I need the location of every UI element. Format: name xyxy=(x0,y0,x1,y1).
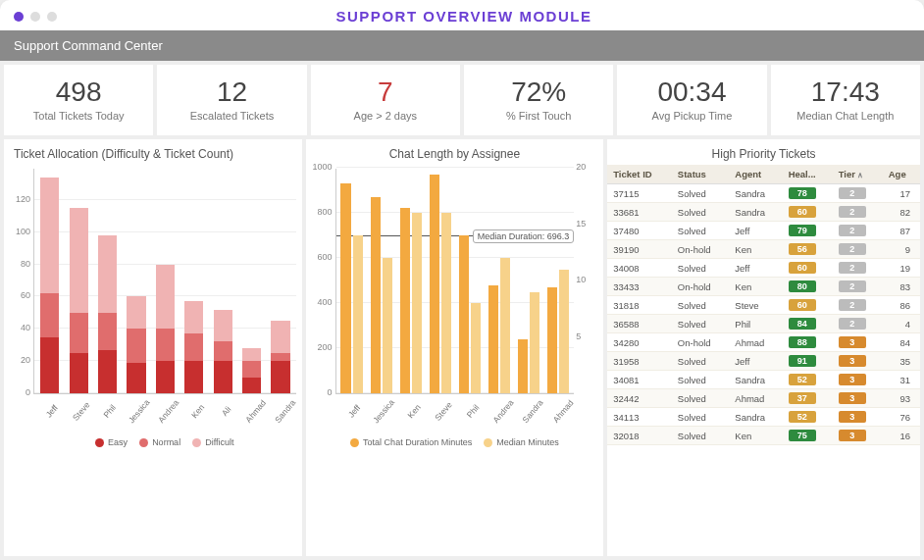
bar-group xyxy=(515,169,542,393)
bar-segment xyxy=(242,348,261,361)
table-row[interactable]: 37115 Solved Sandra 78 2 17 xyxy=(607,184,920,203)
cell-age: 76 xyxy=(883,408,920,427)
bar-total xyxy=(518,339,528,393)
table-row[interactable]: 37480 Solved Jeff 79 2 87 xyxy=(607,222,920,240)
bar-total xyxy=(430,175,439,393)
cell-status: On-hold xyxy=(672,278,729,296)
cell-id: 33681 xyxy=(607,203,672,222)
cell-health: 60 xyxy=(783,259,833,278)
table-row[interactable]: 32442 Solved Ahmad 37 3 93 xyxy=(607,389,920,408)
bar-segment xyxy=(271,353,289,361)
cell-status: Solved xyxy=(672,408,729,427)
kpi-card: 498 Total Tickets Today xyxy=(4,65,153,135)
table-header[interactable]: Heal... xyxy=(783,165,833,184)
cell-agent: Ahmad xyxy=(729,333,782,352)
window-control-purple[interactable] xyxy=(14,12,24,22)
table-row[interactable]: 31818 Solved Steve 60 2 86 xyxy=(607,296,920,315)
kpi-label: Avg Pickup Time xyxy=(623,110,760,122)
bar-segment xyxy=(156,265,175,330)
cell-id: 36588 xyxy=(607,315,672,333)
window-control[interactable] xyxy=(30,12,40,22)
cell-health: 91 xyxy=(783,352,833,371)
table-row[interactable]: 39190 On-hold Ken 56 2 9 xyxy=(607,240,920,259)
cell-id: 32018 xyxy=(607,427,672,445)
table-row[interactable]: 34113 Solved Sandra 52 3 76 xyxy=(607,408,920,427)
bar-group xyxy=(397,169,425,393)
panel-chat-length: Chat Length by Assignee 0200400600800100… xyxy=(306,139,604,556)
cell-id: 34081 xyxy=(607,371,672,389)
kpi-card: 72% % First Touch xyxy=(464,65,613,135)
cell-health: 37 xyxy=(783,389,833,408)
cell-id: 34280 xyxy=(607,333,672,352)
cell-agent: Phil xyxy=(729,315,782,333)
bar-segment xyxy=(184,361,203,393)
cell-status: Solved xyxy=(672,352,729,371)
kpi-value: 72% xyxy=(470,76,607,108)
cell-health: 56 xyxy=(783,240,833,259)
table-header[interactable]: Tier xyxy=(833,165,883,184)
bar-segment xyxy=(40,293,59,336)
cell-agent: Steve xyxy=(729,296,782,315)
traffic-lights xyxy=(14,12,57,22)
panel-high-priority: High Priority Tickets Ticket IDStatusAge… xyxy=(607,139,920,556)
cell-agent: Ken xyxy=(729,427,782,445)
cell-health: 84 xyxy=(783,315,833,333)
kpi-label: Total Tickets Today xyxy=(10,110,147,122)
bar-segment xyxy=(127,329,145,363)
window-control[interactable] xyxy=(47,12,57,22)
table-header[interactable]: Agent xyxy=(729,165,782,184)
bar-median xyxy=(559,270,569,394)
kpi-label: Median Chat Length xyxy=(777,110,914,122)
bar-segment xyxy=(242,361,261,377)
bar-group xyxy=(94,169,121,393)
kpi-label: % First Touch xyxy=(470,110,607,122)
chart-chat-length: 020040060080010005101520Median Duration:… xyxy=(306,165,604,556)
table-row[interactable]: 34008 Solved Jeff 60 2 19 xyxy=(607,259,920,278)
panel-ticket-allocation: Ticket Allocation (Difficulty & Ticket C… xyxy=(4,139,302,556)
table-header[interactable]: Ticket ID xyxy=(607,165,672,184)
table-row[interactable]: 36588 Solved Phil 84 2 4 xyxy=(607,315,920,333)
cell-agent: Ken xyxy=(729,240,782,259)
table-row[interactable]: 34280 On-hold Ahmad 88 3 84 xyxy=(607,333,920,352)
panel-title: High Priority Tickets xyxy=(607,139,920,165)
bar-segment xyxy=(271,321,289,353)
bar-median xyxy=(412,213,422,393)
cell-id: 31958 xyxy=(607,352,672,371)
bar-group xyxy=(267,169,293,393)
bar-group xyxy=(152,169,179,393)
cell-age: 93 xyxy=(883,389,920,408)
table-row[interactable]: 33433 On-hold Ken 80 2 83 xyxy=(607,278,920,296)
bar-segment xyxy=(214,341,232,361)
table-row[interactable]: 32018 Solved Ken 75 3 16 xyxy=(607,427,920,445)
legend-item: Median Minutes xyxy=(484,437,559,447)
cell-age: 31 xyxy=(883,371,920,389)
cell-age: 84 xyxy=(883,333,920,352)
panel-title: Ticket Allocation (Difficulty & Ticket C… xyxy=(4,139,302,165)
cell-agent: Ahmad xyxy=(729,389,782,408)
cell-tier: 2 xyxy=(833,240,883,259)
table-header[interactable]: Age xyxy=(883,165,920,184)
bar-segment xyxy=(98,235,117,313)
cell-agent: Jeff xyxy=(729,352,782,371)
cell-health: 80 xyxy=(783,278,833,296)
table-row[interactable]: 31958 Solved Jeff 91 3 35 xyxy=(607,352,920,371)
table-row[interactable]: 33681 Solved Sandra 60 2 82 xyxy=(607,203,920,222)
cell-age: 4 xyxy=(883,315,920,333)
bar-group xyxy=(36,169,63,393)
titlebar: SUPPORT OVERVIEW MODULE xyxy=(0,0,924,30)
bar-median xyxy=(500,258,510,393)
cell-tier: 2 xyxy=(833,315,883,333)
bar-segment xyxy=(40,178,59,293)
bar-segment xyxy=(70,313,88,353)
legend-item: Difficult xyxy=(192,437,233,447)
cell-status: On-hold xyxy=(672,333,729,352)
table-row[interactable]: 34081 Solved Sandra 52 3 31 xyxy=(607,371,920,389)
bar-segment xyxy=(70,353,88,393)
cell-tier: 3 xyxy=(833,371,883,389)
legend-item: Total Chat Duration Minutes xyxy=(350,437,472,447)
table-header[interactable]: Status xyxy=(672,165,729,184)
bar-segment xyxy=(98,350,117,393)
cell-agent: Sandra xyxy=(729,408,782,427)
cell-agent: Sandra xyxy=(729,371,782,389)
legend-item: Easy xyxy=(95,437,128,447)
